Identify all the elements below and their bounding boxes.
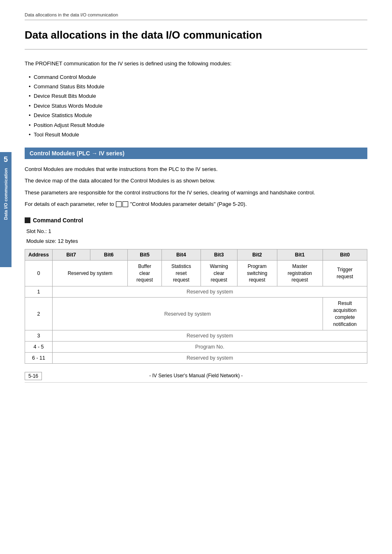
cell-reserved-0: Reserved by system xyxy=(53,260,128,286)
cell-reserved-6-11: Reserved by system xyxy=(53,353,367,364)
cell-bit5-0: Bufferclearrequest xyxy=(128,260,162,286)
list-item: Device Statistics Module xyxy=(29,111,367,120)
tab-label: Data I/O communication xyxy=(3,168,8,220)
ref-icon-2 xyxy=(122,201,128,207)
cell-program-no: Program No. xyxy=(53,342,367,353)
table-row: 2 Reserved by system Resultacquisitionco… xyxy=(25,298,367,330)
tab-number: 5 xyxy=(4,155,8,164)
col-header-bit0: Bit0 xyxy=(323,249,367,260)
side-tab: 5 Data I/O communication xyxy=(0,152,12,267)
intro-text: The PROFINET communication for the IV se… xyxy=(25,60,367,68)
table-row: 6 - 11 Reserved by system xyxy=(25,353,367,364)
body-paragraph-2: The device map of the data allocated for… xyxy=(25,176,367,185)
list-item: Device Result Bits Module xyxy=(29,91,367,101)
cell-reserved-3: Reserved by system xyxy=(53,330,367,342)
list-item: Command Status Bits Module xyxy=(29,82,367,91)
module-size: Module size: 12 bytes xyxy=(26,237,367,246)
list-item: Device Status Words Module xyxy=(29,101,367,111)
list-item: Tool Result Module xyxy=(29,130,367,139)
footer-divider xyxy=(25,382,367,383)
body-paragraph-1: Control Modules are modules that write i… xyxy=(25,165,367,174)
cell-address-3: 3 xyxy=(25,330,53,342)
breadcrumb: Data allocations in the data I/O communi… xyxy=(25,12,367,20)
list-item: Position Adjust Result Module xyxy=(29,120,367,130)
list-item: Command Control Module xyxy=(29,72,367,82)
table-row: 1 Reserved by system xyxy=(25,286,367,298)
col-header-bit7: Bit7 xyxy=(53,249,90,260)
ref-icon-1 xyxy=(116,201,122,207)
table-row: 4 - 5 Program No. xyxy=(25,342,367,353)
cell-bit1-0: Masterregistrationrequest xyxy=(277,260,323,286)
cell-bit3-0: Warningclearrequest xyxy=(201,260,237,286)
command-control-table: Address Bit7 Bit6 Bit5 Bit4 Bit3 Bit2 Bi… xyxy=(25,249,367,364)
command-control-heading: Command Control xyxy=(25,217,367,224)
cell-bit4-0: Statisticsresetrequest xyxy=(162,260,201,286)
col-header-bit3: Bit3 xyxy=(201,249,237,260)
col-header-address: Address xyxy=(25,249,53,260)
col-header-bit4: Bit4 xyxy=(162,249,201,260)
col-header-bit1: Bit1 xyxy=(277,249,323,260)
slot-no: Slot No.: 1 xyxy=(26,227,367,236)
section-header: Control Modules (PLC → IV series) xyxy=(25,148,367,159)
table-row: 3 Reserved by system xyxy=(25,330,367,342)
col-header-bit5: Bit5 xyxy=(128,249,162,260)
cell-reserved-1: Reserved by system xyxy=(53,286,367,298)
cell-address-1: 1 xyxy=(25,286,53,298)
page-title: Data allocations in the data I/O communi… xyxy=(25,28,367,50)
cell-address-4-5: 4 - 5 xyxy=(25,342,53,353)
table-row: 0 Reserved by system Bufferclearrequest … xyxy=(25,260,367,286)
body-paragraph-4: For details of each parameter, refer to … xyxy=(25,200,367,209)
cell-reserved-2: Reserved by system xyxy=(53,298,323,330)
body-paragraph-3: These parameters are responsible for the… xyxy=(25,188,367,197)
cell-bit0-0: Triggerrequest xyxy=(323,260,367,286)
heading-icon xyxy=(25,217,30,223)
cell-bit0-2: Resultacquisitioncompletenotification xyxy=(323,298,367,330)
cell-address-6-11: 6 - 11 xyxy=(25,353,53,364)
bullet-list: Command Control Module Command Status Bi… xyxy=(29,72,367,140)
col-header-bit6: Bit6 xyxy=(90,249,128,260)
cell-address-0: 0 xyxy=(25,260,53,286)
footer-center: - IV Series User's Manual (Field Network… xyxy=(0,373,392,379)
cell-address-2: 2 xyxy=(25,298,53,330)
cell-bit2-0: Programswitchingrequest xyxy=(237,260,277,286)
col-header-bit2: Bit2 xyxy=(237,249,277,260)
